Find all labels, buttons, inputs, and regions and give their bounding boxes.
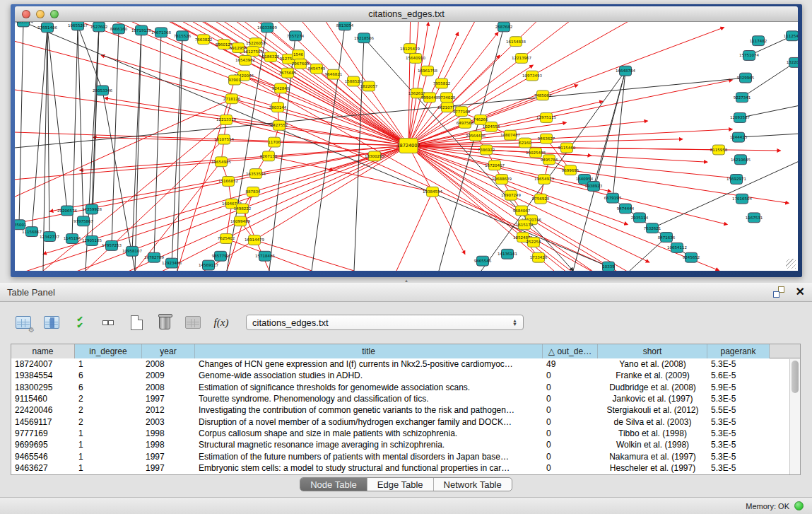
graph-node-yellow[interactable]: 18125419: [400, 44, 420, 54]
table-row[interactable]: 2242004622012Investigating the contribut…: [11, 404, 800, 416]
graph-node-teal[interactable]: 10339: [602, 262, 615, 271]
table-cell-title[interactable]: Investigating the contribution of common…: [195, 405, 543, 415]
graph-node-teal[interactable]: 10655267: [68, 22, 88, 30]
table-row[interactable]: 1830029562008Estimation of significance …: [11, 382, 800, 393]
graph-node-teal[interactable]: 97975867: [73, 216, 93, 226]
graph-node-yellow[interactable]: 10688639: [492, 175, 512, 185]
table-cell-title[interactable]: Estimation of significance thresholds fo…: [195, 382, 543, 392]
table-cell-out_de[interactable]: 0: [543, 440, 598, 450]
table-cell-in_degree[interactable]: 6: [75, 382, 142, 392]
table-cell-year[interactable]: 1998: [142, 440, 195, 450]
graph-node-yellow[interactable]: 2803144: [269, 103, 287, 112]
table-cell-name[interactable]: 9465546: [11, 452, 75, 462]
table-cell-name[interactable]: 9115460: [11, 394, 75, 404]
graph-node-yellow[interactable]: 1024554: [483, 122, 500, 132]
table-cell-name[interactable]: 18724007: [11, 359, 75, 369]
graph-node-yellow[interactable]: 7955812: [433, 78, 450, 88]
table-cell-in_degree[interactable]: 2: [75, 405, 142, 415]
table-row[interactable]: 1872400712008Changes of HCN gene express…: [11, 358, 800, 370]
network-window-titlebar[interactable]: citations_edges.txt: [15, 6, 798, 22]
graph-node-yellow[interactable]: 8186328: [262, 52, 280, 62]
graph-node-yellow[interactable]: 10973493: [522, 71, 542, 81]
table-cell-pagerank[interactable]: 5.3E-5: [707, 463, 770, 473]
graph-node-teal[interactable]: 9474444: [617, 204, 635, 214]
table-cell-name[interactable]: 19384554: [11, 370, 75, 380]
table-cell-name[interactable]: 9699695: [11, 440, 75, 450]
graph-node-yellow[interactable]: 16154838: [506, 37, 526, 47]
table-cell-year[interactable]: 2003: [142, 417, 195, 427]
graph-node-yellow[interactable]: 16107554: [214, 134, 234, 144]
graph-node-yellow[interactable]: 8267130: [260, 151, 278, 161]
graph-node-teal[interactable]: 9857791: [212, 251, 229, 261]
delete-icon[interactable]: [155, 313, 174, 332]
graph-node-yellow[interactable]: 9734028: [438, 93, 456, 103]
table-cell-title[interactable]: Changes of HCN gene expression and I(f) …: [195, 359, 543, 369]
graph-node-yellow[interactable]: 7386922: [478, 145, 495, 155]
hub-node[interactable]: 18724007: [396, 139, 420, 153]
table-cell-out_de[interactable]: 0: [543, 382, 598, 392]
graph-node-teal[interactable]: 1527602: [90, 22, 107, 32]
table-cell-out_de[interactable]: 0: [543, 417, 598, 427]
table-cell-in_degree[interactable]: 2: [75, 417, 142, 427]
column-header-pagerank[interactable]: pagerank: [707, 344, 770, 358]
table-cell-short[interactable]: Dudbridge et al. (2008): [598, 382, 707, 392]
graph-node-yellow[interactable]: 15166852: [218, 177, 238, 187]
table-cell-out_de[interactable]: 0: [543, 370, 598, 380]
resize-grip-icon[interactable]: [786, 259, 796, 269]
table-selector-dropdown[interactable]: citations_edges.txt ▲▼: [246, 315, 524, 330]
table-cell-name[interactable]: 18300295: [11, 382, 75, 392]
graph-node-teal[interactable]: 6679197: [604, 193, 621, 203]
table-cell-in_degree[interactable]: 6: [75, 370, 142, 380]
graph-node-teal[interactable]: 1112541: [784, 31, 798, 41]
table-cell-name[interactable]: 9777169: [11, 428, 75, 438]
graph-node-teal[interactable]: 15692971: [726, 175, 746, 185]
graph-node-yellow[interactable]: 7625402: [218, 234, 235, 244]
graph-node-yellow[interactable]: 19654985: [211, 157, 231, 167]
table-cell-title[interactable]: Structural magnetic resonance image aver…: [195, 440, 543, 450]
graph-node-yellow[interactable]: 9684067: [513, 206, 530, 216]
unselect-all-icon[interactable]: [99, 313, 117, 332]
graph-node-yellow[interactable]: 887834: [246, 187, 261, 197]
table-cell-title[interactable]: Disruption of a novel member of a sodium…: [195, 417, 543, 427]
table-cell-year[interactable]: 2008: [142, 382, 195, 392]
table-cell-year[interactable]: 2012: [142, 405, 195, 415]
graph-node-teal[interactable]: 20206576: [57, 206, 77, 216]
graph-node-yellow[interactable]: 19654923: [534, 175, 554, 185]
table-row[interactable]: 969969511998Structural magnetic resonanc…: [11, 439, 800, 450]
table-cell-short[interactable]: Hescheler et al. (1997): [598, 463, 707, 473]
table-cell-title[interactable]: Genome-wide association studies in ADHD.: [195, 370, 543, 380]
graph-node-yellow[interactable]: 9699695: [562, 165, 579, 175]
graph-node-teal[interactable]: 1117482: [750, 36, 767, 46]
graph-node-teal[interactable]: 14569117: [199, 260, 218, 270]
tab-node-table[interactable]: Node Table: [300, 478, 367, 491]
graph-node-yellow[interactable]: 62160: [519, 138, 531, 148]
column-header-out_de[interactable]: △ out_de…: [543, 344, 598, 358]
table-row[interactable]: 977716911998Corpus callosum shape and si…: [11, 428, 800, 439]
table-cell-pagerank[interactable]: 5.3E-5: [707, 359, 770, 369]
table-row[interactable]: 911546021997Tourette syndrome. Phenomeno…: [11, 393, 800, 404]
table-cell-in_degree[interactable]: 1: [75, 463, 142, 473]
table-cell-out_de[interactable]: 0: [543, 405, 598, 415]
table-row[interactable]: 946362711997Embryonic stem cells: a mode…: [11, 462, 800, 474]
table-cell-in_degree[interactable]: 1: [75, 359, 142, 369]
graph-node-teal[interactable]: 15718485: [255, 251, 275, 261]
graph-node-yellow[interactable]: 9646821: [325, 69, 342, 79]
table-cell-year[interactable]: 1997: [142, 463, 195, 473]
close-window-icon[interactable]: [22, 10, 30, 18]
graph-node-teal[interactable]: 16033809: [257, 23, 277, 33]
table-cell-name[interactable]: 22420046: [11, 405, 75, 415]
column-header-in_degree[interactable]: in_degree: [75, 344, 142, 358]
graph-node-teal[interactable]: 9465546: [474, 256, 492, 266]
graph-node-yellow[interactable]: 9242848: [272, 83, 290, 93]
column-header-year[interactable]: year: [142, 344, 195, 358]
table-cell-pagerank[interactable]: 5.3E-5: [707, 417, 770, 427]
graph-node-teal[interactable]: 16210645: [731, 155, 751, 165]
graph-node-teal[interactable]: 1322057: [787, 57, 798, 67]
graph-node-teal[interactable]: 17957253: [102, 240, 122, 250]
graph-node-teal[interactable]: 2687682: [495, 22, 512, 32]
graph-node-teal[interactable]: 14671368: [151, 28, 171, 37]
graph-node-teal[interactable]: 12342737: [40, 232, 59, 242]
table-cell-out_de[interactable]: 0: [543, 428, 598, 438]
new-document-icon[interactable]: [127, 313, 146, 332]
graph-node-teal[interactable]: 9245652: [683, 252, 700, 262]
